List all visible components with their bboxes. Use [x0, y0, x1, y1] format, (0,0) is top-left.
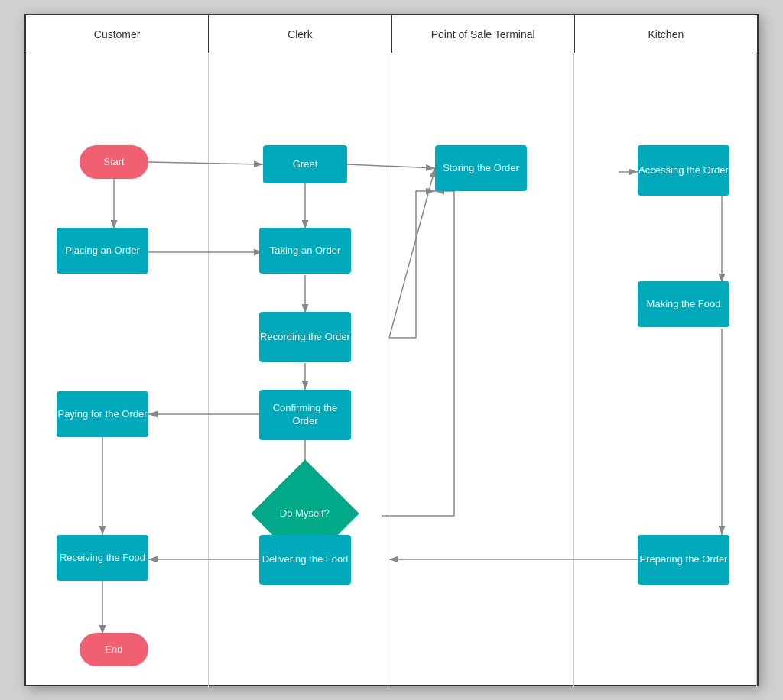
diagram-container: Customer Clerk Point of Sale Terminal Ki…: [24, 14, 759, 686]
node-accessing: Accessing the Order: [638, 145, 729, 196]
node-start: Start: [80, 145, 148, 179]
node-making: Making the Food: [638, 281, 729, 327]
node-placing: Placing an Order: [57, 228, 148, 274]
lane-header-clerk: Clerk: [209, 15, 392, 53]
node-preparing: Preparing the Order: [638, 535, 729, 585]
lane-header-customer: Customer: [26, 15, 209, 53]
node-delivering: Delivering the Food: [259, 535, 351, 585]
node-taking: Taking an Order: [259, 228, 351, 274]
node-recording: Recording the Order: [259, 312, 351, 362]
lane-body: Start Placing an Order Paying for the Or…: [26, 53, 757, 688]
lane-headers: Customer Clerk Point of Sale Terminal Ki…: [26, 15, 757, 53]
node-storing: Storing the Order: [435, 145, 527, 191]
node-greet: Greet: [263, 145, 347, 183]
node-paying: Paying for the Order: [57, 391, 148, 437]
node-receiving: Receiving the Food: [57, 535, 148, 581]
lane-header-kitchen: Kitchen: [575, 15, 757, 53]
lane-header-pos: Point of Sale Terminal: [392, 15, 575, 53]
node-end: End: [80, 633, 148, 666]
node-confirming: Confirming the Order: [259, 390, 351, 440]
